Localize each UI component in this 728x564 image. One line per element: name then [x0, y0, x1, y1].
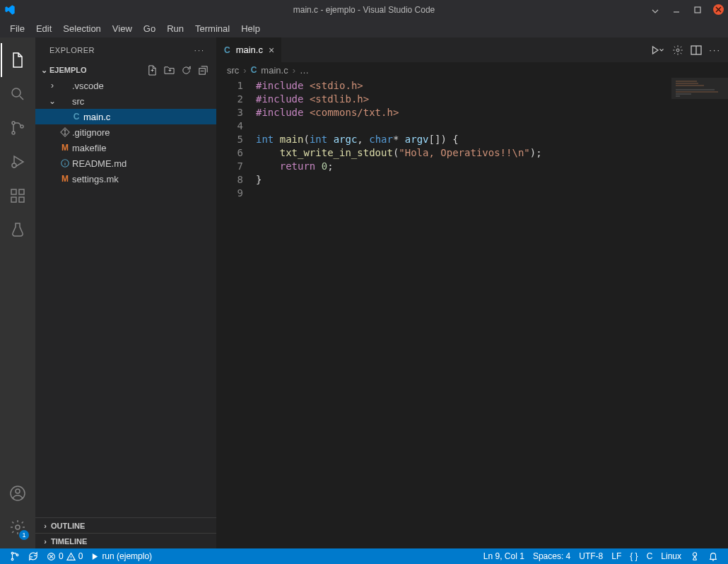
menu-go[interactable]: Go	[138, 20, 161, 37]
tree-item-label: makefile	[72, 143, 106, 153]
svg-point-19	[11, 552, 13, 554]
svg-rect-9	[19, 189, 24, 194]
tree-item-label: src	[72, 96, 84, 107]
activity-explorer-icon[interactable]	[1, 43, 35, 77]
window-minimize-icon[interactable]	[671, 4, 682, 16]
tree-folder[interactable]: ⌄src	[35, 93, 216, 109]
activity-search-icon[interactable]	[1, 77, 35, 111]
menu-edit[interactable]: Edit	[30, 20, 57, 37]
editor-more-icon[interactable]: ···	[709, 45, 721, 55]
svg-rect-7	[11, 197, 16, 202]
refresh-icon[interactable]	[180, 64, 192, 76]
c-file-icon: C	[224, 45, 230, 55]
sb-cursor-text: Ln 9, Col 1	[483, 551, 524, 561]
activity-settings-icon[interactable]: 1	[1, 510, 35, 544]
sidebar-more-icon[interactable]: ···	[194, 46, 205, 54]
sb-encoding[interactable]: UTF-8	[575, 548, 607, 564]
tab-close-icon[interactable]: ×	[269, 45, 274, 56]
minimap[interactable]	[671, 78, 728, 548]
statusbar: 0 0 run (ejemplo) Ln 9, Col 1 Spaces: 4 …	[0, 548, 728, 564]
svg-point-23	[693, 553, 696, 556]
menu-file[interactable]: File	[4, 20, 30, 37]
project-name: EJEMPLO	[49, 66, 87, 74]
code-area[interactable]: #include <stdio.h>#include <stdlib.h>#in…	[256, 78, 671, 548]
svg-rect-8	[19, 197, 24, 202]
sb-spaces-text: Spaces: 4	[533, 551, 570, 561]
breadcrumb-file[interactable]: main.c	[261, 65, 288, 76]
tree-file[interactable]: Msettings.mk	[35, 171, 216, 187]
sb-eol[interactable]: LF	[607, 548, 626, 564]
menu-view[interactable]: View	[107, 20, 138, 37]
tab-label: main.c	[236, 45, 263, 55]
tree-item-label: settings.mk	[72, 174, 119, 184]
editor-body[interactable]: 123456789 #include <stdio.h>#include <st…	[217, 78, 728, 548]
tree-file[interactable]: Mmakefile	[35, 140, 216, 155]
sidebar-title: EXPLORER	[49, 46, 95, 54]
sb-lang-text: C	[647, 551, 653, 561]
new-file-icon[interactable]	[146, 64, 158, 76]
activity-debug-icon[interactable]	[1, 145, 35, 179]
line-numbers: 123456789	[217, 78, 256, 548]
svg-point-2	[12, 122, 15, 124]
chevron-right-icon: ›	[293, 65, 295, 76]
window-always-on-bottom-icon[interactable]	[650, 4, 661, 16]
chevron-right-icon: ›	[40, 537, 51, 546]
sb-lang[interactable]: C	[642, 548, 657, 564]
sb-sync[interactable]	[24, 548, 42, 564]
editor-settings-icon[interactable]	[672, 45, 683, 56]
tree-file[interactable]: README.md	[35, 155, 216, 171]
sb-eol-text: LF	[611, 551, 621, 561]
breadcrumb-src[interactable]: src	[227, 65, 239, 76]
breadcrumb-more[interactable]: …	[300, 65, 309, 76]
sb-branch[interactable]	[6, 548, 24, 564]
sb-run-task[interactable]: run (ejemplo)	[87, 548, 156, 564]
tab-main-c[interactable]: C main.c ×	[217, 37, 282, 62]
activity-accounts-icon[interactable]	[1, 476, 35, 510]
svg-point-11	[16, 489, 20, 493]
menu-run[interactable]: Run	[161, 20, 189, 37]
svg-point-20	[11, 558, 13, 560]
sidebar-panel-outline[interactable]: › OUTLINE	[35, 517, 216, 533]
sidebar-panel-timeline[interactable]: › TIMELINE	[35, 533, 216, 548]
breadcrumbs[interactable]: src › C main.c › …	[217, 62, 728, 78]
menubar: File Edit Selection View Go Run Terminal…	[0, 19, 728, 37]
tree-item-label: .gitignore	[72, 127, 110, 138]
sb-problems[interactable]: 0 0	[42, 548, 87, 564]
makefile-icon: M	[61, 143, 69, 153]
menu-terminal[interactable]: Terminal	[189, 20, 235, 37]
tree-item-label: README.md	[72, 158, 127, 169]
tree-file[interactable]: .gitignore	[35, 124, 216, 140]
menu-selection[interactable]: Selection	[57, 20, 106, 37]
split-editor-icon[interactable]	[691, 45, 702, 56]
sb-lang-braces[interactable]: { }	[626, 548, 642, 564]
tree-folder[interactable]: ›.vscode	[35, 78, 216, 93]
sb-cursor[interactable]: Ln 9, Col 1	[479, 548, 529, 564]
sidebar-explorer: EXPLORER ··· ⌄ EJEMPLO ›.vscode⌄srcCmain…	[35, 37, 217, 548]
activity-testing-icon[interactable]	[1, 213, 35, 247]
menu-help[interactable]: Help	[235, 20, 266, 37]
window-close-icon[interactable]	[713, 4, 724, 15]
sb-spaces[interactable]: Spaces: 4	[529, 548, 575, 564]
sb-bell-icon[interactable]	[704, 548, 722, 564]
outline-title: OUTLINE	[51, 522, 85, 530]
new-folder-icon[interactable]	[163, 64, 175, 76]
git-icon	[60, 127, 70, 137]
sb-feedback-icon[interactable]	[686, 548, 704, 564]
collapse-all-icon[interactable]	[196, 64, 209, 76]
svg-point-15	[64, 134, 66, 135]
info-icon	[60, 158, 70, 168]
window-maximize-icon[interactable]	[692, 4, 703, 16]
project-header[interactable]: ⌄ EJEMPLO	[35, 62, 216, 78]
makefile-icon: M	[61, 174, 69, 184]
activity-source-control-icon[interactable]	[1, 111, 35, 145]
svg-point-17	[676, 49, 679, 52]
tree-file[interactable]: Cmain.c	[35, 109, 216, 124]
run-dropdown-icon[interactable]	[651, 45, 665, 56]
sb-os[interactable]: Linux	[657, 548, 686, 564]
chevron-right-icon: ›	[40, 522, 51, 530]
sb-run-label: run (ejemplo)	[102, 551, 152, 561]
tabs-row: C main.c × ···	[217, 37, 728, 62]
vscode-logo-icon	[4, 4, 16, 16]
settings-badge: 1	[19, 530, 29, 540]
activity-extensions-icon[interactable]	[1, 179, 35, 213]
